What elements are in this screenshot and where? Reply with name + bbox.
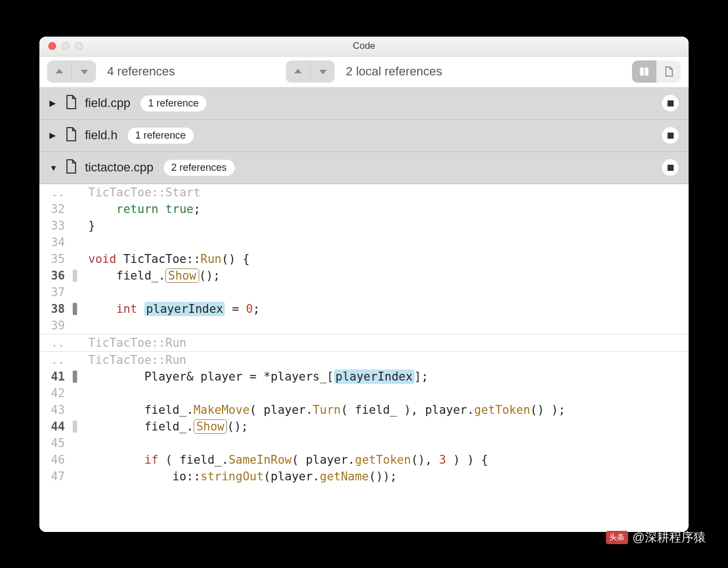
references-label-right: 2 local references [346,64,442,79]
gutter-context: .. [39,184,73,201]
line-number: 36 [39,267,73,284]
stop-button[interactable] [662,159,679,176]
nav-down-button[interactable] [72,60,96,83]
code-window: Code 4 references 2 local references [39,37,689,532]
line-number: 47 [39,468,73,485]
code-area[interactable]: .. TicTacToe::Start 32 return true; 33 }… [39,184,689,532]
change-marker-icon [73,420,77,433]
line-number: 42 [39,385,73,402]
file-icon [65,159,77,176]
code-line-35: void TicTacToe::Run() { [77,251,250,267]
disclosure-collapsed-icon[interactable]: ▶ [49,98,57,108]
line-number: 35 [39,251,73,267]
context-label: TicTacToe::Run [77,334,186,351]
code-line-34 [77,234,88,251]
watermark-text: @深耕程序猿 [633,529,706,546]
code-line-44: field_.Show(); [77,418,248,435]
nav-group-left [47,60,96,83]
file-row-field-h[interactable]: ▶ field.h 1 reference [39,120,689,152]
line-number: 32 [39,201,73,217]
file-icon [65,127,77,144]
nav-group-right [286,60,335,83]
window-title: Code [39,40,689,52]
change-marker-icon [73,303,77,315]
maximize-button[interactable] [75,42,83,50]
nav-up-button[interactable] [47,60,72,83]
file-name: field.h [85,128,118,143]
line-number: 38 [39,301,73,317]
line-number: 37 [39,284,73,301]
watermark-logo: 头条 [606,531,628,544]
watermark: 头条 @深耕程序猿 [606,529,706,546]
disclosure-collapsed-icon[interactable]: ▶ [49,130,57,140]
code-line-33: } [77,217,95,234]
line-number: 41 [39,368,73,385]
view-split-button[interactable] [632,60,656,83]
file-row-field-cpp[interactable]: ▶ field.cpp 1 reference [39,88,689,120]
line-number: 34 [39,234,73,251]
context-label: TicTacToe::Start [77,184,200,201]
gutter-context: .. [39,352,73,368]
code-line-38: int playerIndex = 0; [77,301,260,317]
line-number: 45 [39,435,73,452]
toolbar: 4 references 2 local references [39,57,689,88]
line-number: 33 [39,217,73,234]
view-mode-group [632,60,681,83]
code-line-39 [77,317,88,334]
references-label-left: 4 references [107,64,175,79]
code-line-46: if ( field_.SameInRow( player.getToken()… [77,452,488,468]
file-name: tictactoe.cpp [85,160,154,175]
gutter-context: .. [39,334,73,351]
change-marker-icon [73,371,77,383]
line-number: 44 [39,418,73,435]
close-button[interactable] [48,42,56,50]
nav-up-button-2[interactable] [286,60,310,83]
code-line-42 [77,385,88,402]
code-line-37 [77,284,88,301]
file-row-tictactoe-cpp[interactable]: ▼ tictactoe.cpp 2 references [39,152,689,184]
code-line-47: io::stringOut(player.getName()); [77,468,397,485]
code-line-41: Player& player = *players_[playerIndex]; [77,368,428,385]
traffic-lights [39,42,83,50]
nav-down-button-2[interactable] [310,60,335,83]
code-line-32: return true; [77,201,200,217]
line-number: 43 [39,402,73,418]
minimize-button[interactable] [62,42,69,50]
line-number: 46 [39,452,73,468]
disclosure-expanded-icon[interactable]: ▼ [49,163,57,173]
titlebar: Code [39,37,689,57]
line-number: 39 [39,317,73,334]
svg-rect-1 [645,68,649,76]
code-line-45 [77,435,88,452]
context-label: TicTacToe::Run [77,352,186,368]
code-line-36: field_.Show(); [77,267,220,284]
stop-button[interactable] [662,127,679,144]
file-icon [65,95,77,111]
stop-button[interactable] [662,95,679,111]
reference-badge: 2 references [164,160,235,176]
svg-rect-0 [640,68,644,76]
reference-badge: 1 reference [140,95,206,111]
view-file-button[interactable] [656,60,681,83]
code-line-43: field_.MakeMove( player.Turn( field_ ), … [77,402,565,418]
reference-badge: 1 reference [128,128,194,144]
file-name: field.cpp [85,96,130,110]
change-marker-icon [73,270,77,282]
